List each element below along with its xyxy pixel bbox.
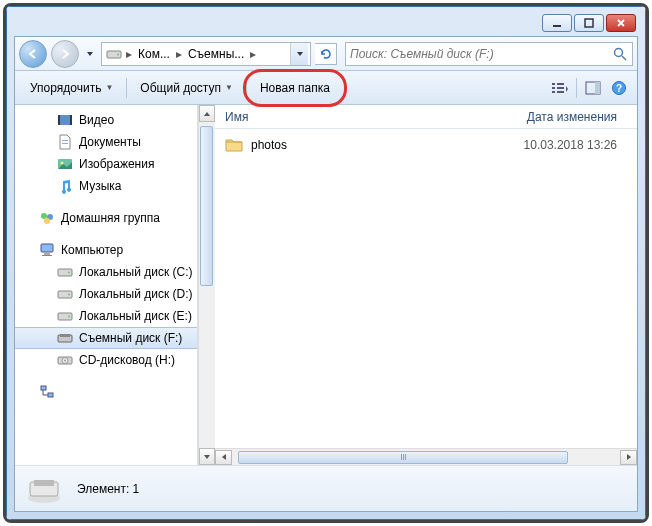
removable-drive-icon xyxy=(57,330,73,346)
svg-point-24 xyxy=(44,218,50,224)
sidebar-item-homegroup[interactable]: Домашняя группа xyxy=(15,207,197,229)
svg-rect-25 xyxy=(41,244,53,252)
svg-rect-39 xyxy=(41,386,46,390)
hdd-icon xyxy=(57,308,73,324)
sidebar-item-drive-h[interactable]: CD-дисковод (H:) xyxy=(15,349,197,371)
svg-rect-19 xyxy=(62,143,68,144)
svg-rect-6 xyxy=(552,87,555,89)
drive-icon xyxy=(106,46,122,62)
chevron-down-icon: ▼ xyxy=(225,83,233,92)
sidebar-item-drive-d[interactable]: Локальный диск (D:) xyxy=(15,283,197,305)
close-button[interactable] xyxy=(606,14,636,32)
hdd-icon xyxy=(57,286,73,302)
svg-point-22 xyxy=(41,213,47,219)
share-button[interactable]: Общий доступ▼ xyxy=(131,76,242,100)
sidebar-item-drive-e[interactable]: Локальный диск (E:) xyxy=(15,305,197,327)
maximize-button[interactable] xyxy=(574,14,604,32)
svg-point-3 xyxy=(117,53,119,55)
svg-rect-1 xyxy=(585,19,593,27)
status-bar: Элемент: 1 xyxy=(15,465,637,511)
hdd-icon xyxy=(57,264,73,280)
sidebar-item-music[interactable]: Музыка xyxy=(15,175,197,197)
svg-point-29 xyxy=(68,272,70,274)
new-folder-button[interactable]: Новая папка xyxy=(251,76,339,100)
sidebar-scrollbar[interactable] xyxy=(198,105,215,465)
help-button[interactable]: ? xyxy=(607,76,631,100)
search-icon xyxy=(612,46,628,62)
file-pane: Имя Дата изменения photos 10.03.2018 13:… xyxy=(215,105,637,465)
breadcrumb-drive[interactable]: Съемны... xyxy=(184,47,248,61)
horizontal-scrollbar[interactable] xyxy=(215,448,637,465)
scroll-left-button[interactable] xyxy=(215,450,232,465)
search-input[interactable] xyxy=(350,47,612,61)
organize-label: Упорядочить xyxy=(30,81,101,95)
file-row[interactable]: photos 10.03.2018 13:26 xyxy=(215,133,637,157)
forward-button[interactable] xyxy=(51,40,79,68)
svg-point-4 xyxy=(615,48,623,56)
share-label: Общий доступ xyxy=(140,81,221,95)
sidebar-item-videos[interactable]: Видео xyxy=(15,109,197,131)
preview-pane-button[interactable] xyxy=(581,76,605,100)
svg-rect-16 xyxy=(58,115,60,125)
svg-rect-12 xyxy=(595,82,600,94)
svg-rect-26 xyxy=(44,253,50,255)
svg-rect-7 xyxy=(552,91,555,93)
search-box[interactable] xyxy=(345,42,633,66)
breadcrumb-dropdown[interactable] xyxy=(290,43,308,65)
address-bar: ▸ Ком... ▸ Съемны... ▸ xyxy=(15,37,637,71)
scroll-thumb[interactable] xyxy=(200,126,213,286)
scroll-right-button[interactable] xyxy=(620,450,637,465)
video-icon xyxy=(57,112,73,128)
breadcrumb[interactable]: ▸ Ком... ▸ Съемны... ▸ xyxy=(101,42,311,66)
separator xyxy=(576,78,577,98)
file-name: photos xyxy=(251,138,393,152)
svg-point-31 xyxy=(68,294,70,296)
sidebar-item-pictures[interactable]: Изображения xyxy=(15,153,197,175)
cd-drive-icon xyxy=(57,352,73,368)
separator xyxy=(246,78,247,98)
removable-drive-icon xyxy=(25,472,63,506)
new-folder-label: Новая папка xyxy=(260,81,330,95)
separator xyxy=(126,78,127,98)
svg-rect-35 xyxy=(60,334,70,337)
picture-icon xyxy=(57,156,73,172)
svg-rect-10 xyxy=(557,91,564,93)
svg-rect-8 xyxy=(557,83,564,85)
back-button[interactable] xyxy=(19,40,47,68)
column-name[interactable]: Имя xyxy=(215,110,375,124)
computer-icon xyxy=(39,242,55,258)
scroll-down-button[interactable] xyxy=(199,448,215,465)
chevron-right-icon: ▸ xyxy=(174,47,184,61)
svg-rect-40 xyxy=(48,393,53,397)
homegroup-icon xyxy=(39,210,55,226)
file-date: 10.03.2018 13:26 xyxy=(393,138,637,152)
organize-button[interactable]: Упорядочить▼ xyxy=(21,76,122,100)
column-date[interactable]: Дата изменения xyxy=(375,110,637,124)
svg-point-33 xyxy=(68,316,70,318)
navigation-pane: Видео Документы Изображения Музыка Домаш… xyxy=(15,105,198,465)
minimize-button[interactable] xyxy=(542,14,572,32)
svg-text:?: ? xyxy=(616,83,622,94)
view-button[interactable] xyxy=(548,76,572,100)
sidebar-item-documents[interactable]: Документы xyxy=(15,131,197,153)
chevron-right-icon: ▸ xyxy=(124,47,134,61)
chevron-right-icon: ▸ xyxy=(248,47,258,61)
svg-rect-17 xyxy=(70,115,72,125)
svg-rect-18 xyxy=(62,140,68,141)
network-icon xyxy=(39,384,55,400)
column-headers: Имя Дата изменения xyxy=(215,105,637,129)
sidebar-item-drive-c[interactable]: Локальный диск (C:) xyxy=(15,261,197,283)
history-dropdown[interactable] xyxy=(83,44,97,64)
document-icon xyxy=(57,134,73,150)
scroll-thumb[interactable] xyxy=(238,451,568,464)
toolbar: Упорядочить▼ Общий доступ▼ Новая папка ? xyxy=(15,71,637,105)
sidebar-item-computer[interactable]: Компьютер xyxy=(15,239,197,261)
sidebar-item-drive-f[interactable]: Съемный диск (F:) xyxy=(15,327,197,349)
svg-rect-15 xyxy=(58,115,72,125)
breadcrumb-computer[interactable]: Ком... xyxy=(134,47,174,61)
refresh-button[interactable] xyxy=(315,43,337,65)
scroll-up-button[interactable] xyxy=(199,105,215,122)
file-list[interactable]: photos 10.03.2018 13:26 xyxy=(215,129,637,448)
svg-point-38 xyxy=(64,360,66,362)
sidebar-item-network[interactable] xyxy=(15,381,197,403)
